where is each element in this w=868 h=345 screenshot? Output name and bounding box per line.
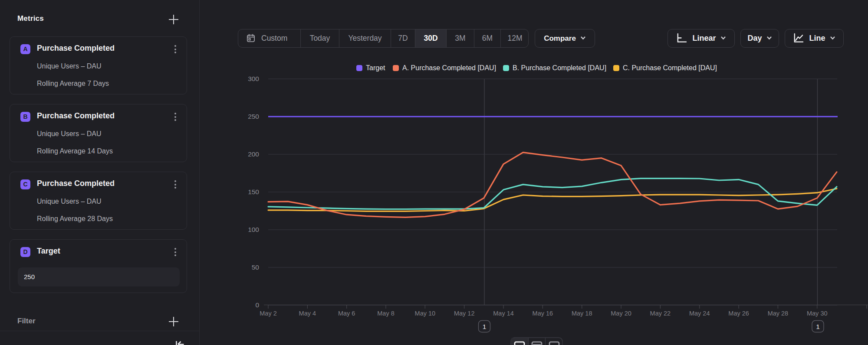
svg-text:May 26: May 26 xyxy=(728,310,749,317)
svg-text:May 10: May 10 xyxy=(415,310,436,317)
svg-text:May 28: May 28 xyxy=(768,310,789,317)
svg-text:0: 0 xyxy=(255,301,259,309)
svg-text:200: 200 xyxy=(248,150,259,158)
svg-text:50: 50 xyxy=(252,264,260,271)
svg-text:May 14: May 14 xyxy=(493,310,514,317)
svg-text:300: 300 xyxy=(248,75,259,82)
svg-text:May 22: May 22 xyxy=(650,310,671,317)
svg-text:1: 1 xyxy=(483,323,487,330)
svg-text:150: 150 xyxy=(248,188,259,195)
svg-text:250: 250 xyxy=(248,113,259,120)
svg-text:May 18: May 18 xyxy=(572,310,592,317)
svg-text:May 12: May 12 xyxy=(454,310,475,317)
svg-text:May 16: May 16 xyxy=(533,310,553,317)
svg-text:May 6: May 6 xyxy=(338,310,355,317)
svg-text:May 4: May 4 xyxy=(299,310,316,317)
svg-text:May 2: May 2 xyxy=(260,310,277,317)
svg-text:May 8: May 8 xyxy=(377,310,395,317)
svg-text:100: 100 xyxy=(248,226,259,233)
svg-text:May 20: May 20 xyxy=(611,310,631,317)
svg-text:1: 1 xyxy=(816,323,820,330)
svg-text:May 24: May 24 xyxy=(689,310,710,317)
svg-text:May 30: May 30 xyxy=(807,310,828,317)
